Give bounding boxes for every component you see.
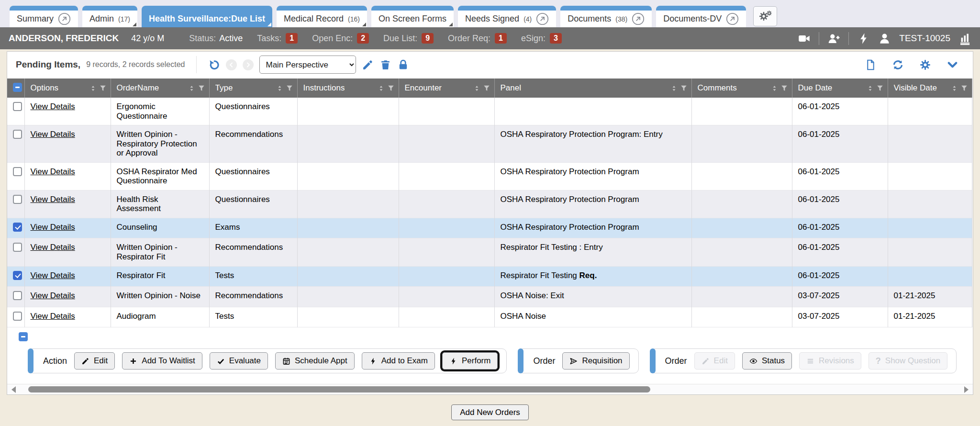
undo-icon[interactable] [208,59,220,71]
sort-icon[interactable] [89,85,97,92]
column-header-options[interactable]: Options [24,78,111,98]
stat-badge[interactable]: 3 [550,33,562,44]
edit-perspective-icon[interactable] [362,59,374,71]
filter-icon[interactable] [680,84,688,92]
column-header-comments[interactable]: Comments [691,78,792,98]
perspective-select[interactable]: Main Perspective [259,56,356,74]
filter-icon[interactable] [286,84,293,92]
options-cell: View Details [24,218,111,238]
row-checkbox[interactable] [13,167,22,176]
view-details-link[interactable]: View Details [31,223,75,232]
view-details-link[interactable]: View Details [31,195,75,204]
open-new-window-icon[interactable] [58,12,71,25]
column-header-encounter[interactable]: Encounter [399,78,494,98]
collapse-chevron-icon[interactable] [947,59,958,71]
column-header-ordername[interactable]: OrderName [111,78,209,98]
tab-medical-record[interactable]: Medical Record(16) [277,6,367,27]
action-button-perform[interactable]: Perform [442,352,498,370]
video-camera-icon[interactable] [798,32,811,45]
select-all-checkbox[interactable] [13,83,22,92]
view-details-link[interactable]: View Details [31,312,75,321]
add-person-icon[interactable] [827,32,840,45]
settings-gear-icon[interactable] [919,59,931,71]
filter-icon[interactable] [780,84,788,92]
column-header-visible-date[interactable]: Visible Date [888,78,972,98]
view-details-link[interactable]: View Details [31,130,75,139]
tab-on-screen-forms[interactable]: On Screen Forms [371,6,454,27]
tab-count: (16) [348,15,360,23]
sort-icon[interactable] [867,85,874,92]
row-checkbox[interactable] [13,243,22,252]
delete-perspective-icon[interactable] [379,59,391,71]
sort-icon[interactable] [670,85,678,92]
tab-needs-signed[interactable]: Needs Signed(4) [458,6,556,27]
sort-icon[interactable] [771,85,778,92]
row-checkbox[interactable] [13,223,22,232]
bolt-icon[interactable] [857,32,870,45]
select-all-checkbox-bottom[interactable] [19,332,28,341]
row-checkbox-cell [7,238,24,266]
type-cell: Questionnaires [209,98,297,125]
view-details-link[interactable]: View Details [31,291,75,300]
row-checkbox[interactable] [13,195,22,204]
tab-health-surveillance-due-list[interactable]: Health Surveillance:Due List [142,6,272,27]
action-button-status[interactable]: Status [742,352,792,370]
view-details-link[interactable]: View Details [31,102,75,111]
bar-chart-icon[interactable] [958,32,971,45]
action-button-requisition[interactable]: Requisition [562,352,629,370]
row-checkbox[interactable] [13,130,22,139]
sort-icon[interactable] [378,85,385,92]
view-details-link[interactable]: View Details [31,271,75,280]
action-button-add-to-waitlist[interactable]: Add To Waitlist [122,352,202,370]
stat-badge[interactable]: 2 [357,33,369,44]
open-new-window-icon[interactable] [726,12,739,25]
filter-icon[interactable] [960,84,968,92]
tab-documents[interactable]: Documents(38) [560,6,652,27]
stat-badge[interactable]: 1 [286,33,298,44]
row-checkbox[interactable] [13,271,22,280]
column-header-instructions[interactable]: Instructions [297,78,399,98]
row-checkbox[interactable] [13,102,22,111]
scrollbar-thumb[interactable] [28,386,650,392]
action-button-add-to-exam[interactable]: Add to Exam [362,352,435,370]
previous-page-icon[interactable] [226,59,237,70]
filter-icon[interactable] [99,84,107,92]
row-checkbox[interactable] [13,312,22,321]
scroll-left-arrow[interactable] [11,386,16,393]
refresh-icon[interactable] [892,59,904,71]
open-new-window-icon[interactable] [632,12,645,25]
pencil-icon [81,357,89,365]
action-button-evaluate[interactable]: Evaluate [210,352,268,370]
stat-badge[interactable]: 9 [422,33,434,44]
new-document-icon[interactable] [865,59,877,71]
action-button-edit[interactable]: Edit [74,352,115,370]
view-details-link[interactable]: View Details [31,243,75,252]
open-new-window-icon[interactable] [536,12,549,25]
sort-icon[interactable] [951,85,958,92]
action-button-edit: Edit [694,352,735,370]
filter-icon[interactable] [483,84,490,92]
action-button-schedule-appt[interactable]: Schedule Appt [275,352,355,370]
view-details-link[interactable]: View Details [31,167,75,176]
filter-icon[interactable] [876,84,884,92]
tab-settings-button[interactable] [753,6,777,26]
sort-icon[interactable] [473,85,480,92]
add-new-orders-button[interactable]: Add New Orders [451,404,529,420]
next-page-icon[interactable] [243,59,254,70]
stat-badge[interactable]: 1 [495,33,507,44]
column-header-panel[interactable]: Panel [494,78,691,98]
filter-icon[interactable] [387,84,395,92]
row-checkbox[interactable] [13,291,22,300]
tab-admin[interactable]: Admin(17) [82,6,137,27]
sort-icon[interactable] [276,85,283,92]
person-icon[interactable] [878,32,891,45]
tab-bar: SummaryAdmin(17)Health Surveillance:Due … [0,0,980,27]
tab-summary[interactable]: Summary [10,6,78,27]
scroll-right-arrow[interactable] [964,386,969,393]
sort-icon[interactable] [188,85,195,92]
tab-documents-dv[interactable]: Documents-DV [656,6,746,27]
lock-icon[interactable] [397,59,409,71]
column-header-due-date[interactable]: Due Date [792,78,888,98]
column-header-type[interactable]: Type [209,78,297,98]
filter-icon[interactable] [198,84,205,92]
